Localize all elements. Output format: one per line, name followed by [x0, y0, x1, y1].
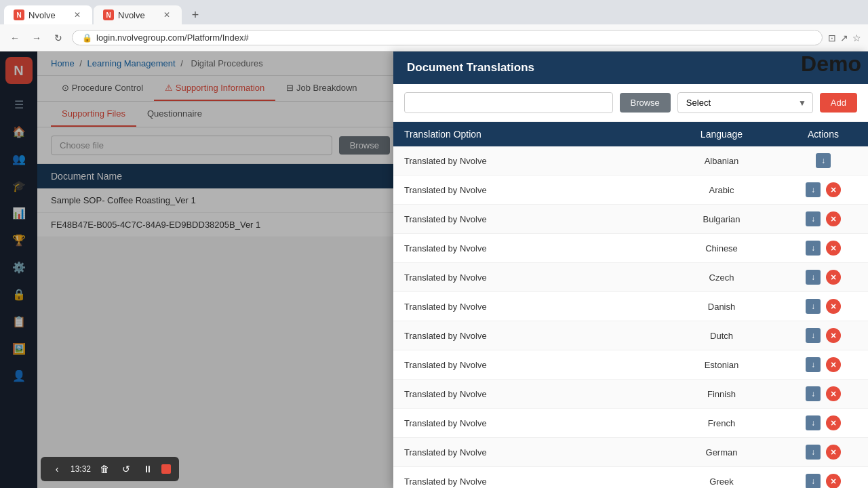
- url-text: login.nvolvegroup.com/Platform/Index#: [96, 33, 249, 43]
- tab-2-label: Nvolve: [118, 10, 145, 20]
- col-actions: Actions: [789, 129, 857, 140]
- download-button[interactable]: ↓: [816, 153, 831, 168]
- download-button[interactable]: ↓: [806, 415, 821, 430]
- translations-table: Translation Option Language Actions Tran…: [393, 122, 868, 488]
- language-cell: Estonian: [654, 360, 789, 370]
- language-cell: Czech: [654, 272, 789, 283]
- recording-stop-button[interactable]: [161, 464, 171, 474]
- delete-button[interactable]: ×: [826, 299, 841, 314]
- delete-button[interactable]: ×: [826, 445, 841, 460]
- translation-option-cell: Translated by Nvolve: [404, 214, 654, 224]
- language-cell: Arabic: [654, 185, 789, 195]
- app-container: N ☰ 🏠 👥 🎓 📊 🏆 ⚙️ 🔒 📋 🖼️ 👤 Home / Learnin…: [0, 52, 868, 488]
- tab-2-close[interactable]: ✕: [161, 9, 172, 20]
- delete-button[interactable]: ×: [826, 357, 841, 372]
- translation-option-cell: Translated by Nvolve: [404, 331, 654, 341]
- bookmark-icon[interactable]: ☆: [852, 33, 861, 43]
- translation-option-cell: Translated by Nvolve: [404, 476, 654, 487]
- table-row: Translated by Nvolve Dutch ↓ ×: [393, 321, 868, 350]
- recording-back-button[interactable]: ‹: [49, 461, 65, 477]
- cast-icon[interactable]: ⊡: [828, 33, 836, 43]
- delete-button[interactable]: ×: [826, 241, 841, 256]
- recording-refresh-button[interactable]: ↺: [118, 461, 134, 477]
- translation-option-cell: Translated by Nvolve: [404, 156, 654, 166]
- modal-toolbar: Browse Select Albanian Arabic Bulgarian …: [393, 84, 868, 122]
- translation-option-cell: Translated by Nvolve: [404, 185, 654, 195]
- actions-cell: ↓ ×: [789, 386, 857, 401]
- download-button[interactable]: ↓: [806, 182, 821, 197]
- download-button[interactable]: ↓: [806, 211, 821, 226]
- actions-cell: ↓ ×: [789, 270, 857, 285]
- recording-bar: ‹ 13:32 🗑 ↺ ⏸: [41, 457, 179, 481]
- actions-cell: ↓ ×: [789, 328, 857, 343]
- download-button[interactable]: ↓: [806, 474, 821, 488]
- table-row: Translated by Nvolve Chinese ↓ ×: [393, 234, 868, 263]
- actions-cell: ↓: [789, 153, 857, 168]
- delete-button[interactable]: ×: [826, 415, 841, 430]
- language-cell: Dutch: [654, 331, 789, 341]
- translation-option-cell: Translated by Nvolve: [404, 418, 654, 428]
- modal-panel: Document Translations Browse Select Alba…: [393, 52, 868, 488]
- delete-button[interactable]: ×: [826, 182, 841, 197]
- language-cell: French: [654, 418, 789, 428]
- screenshot-icon[interactable]: ↗: [840, 33, 848, 43]
- forward-button[interactable]: →: [28, 30, 45, 46]
- translation-option-cell: Translated by Nvolve: [404, 360, 654, 370]
- language-cell: Chinese: [654, 243, 789, 253]
- language-cell: German: [654, 447, 789, 458]
- table-row: Translated by Nvolve Arabic ↓ ×: [393, 176, 868, 205]
- modal-file-input[interactable]: [404, 92, 613, 113]
- table-row: Translated by Nvolve Albanian ↓: [393, 146, 868, 176]
- table-row: Translated by Nvolve German ↓ ×: [393, 438, 868, 467]
- translation-option-cell: Translated by Nvolve: [404, 302, 654, 312]
- download-button[interactable]: ↓: [806, 270, 821, 285]
- language-cell: Bulgarian: [654, 214, 789, 224]
- translation-option-cell: Translated by Nvolve: [404, 447, 654, 458]
- delete-button[interactable]: ×: [826, 474, 841, 488]
- modal-browse-button[interactable]: Browse: [620, 93, 671, 113]
- language-cell: Finnish: [654, 389, 789, 399]
- recording-trash-button[interactable]: 🗑: [96, 461, 113, 477]
- download-button[interactable]: ↓: [806, 386, 821, 401]
- modal-title: Document Translations: [407, 61, 534, 74]
- recording-time: 13:32: [71, 464, 91, 474]
- delete-button[interactable]: ×: [826, 328, 841, 343]
- new-tab-button[interactable]: +: [186, 5, 205, 24]
- table-header: Translation Option Language Actions: [393, 122, 868, 146]
- back-button[interactable]: ←: [7, 30, 23, 46]
- tab-2[interactable]: N Nvolve ✕: [94, 5, 182, 24]
- table-row: Translated by Nvolve Danish ↓ ×: [393, 292, 868, 321]
- browser-actions: ⊡ ↗ ☆: [828, 33, 861, 43]
- actions-cell: ↓ ×: [789, 211, 857, 226]
- table-row: Translated by Nvolve Estonian ↓ ×: [393, 350, 868, 380]
- address-bar[interactable]: 🔒 login.nvolvegroup.com/Platform/Index#: [72, 30, 823, 45]
- modal-select-wrapper: Select Albanian Arabic Bulgarian Chinese…: [677, 92, 813, 113]
- delete-button[interactable]: ×: [826, 270, 841, 285]
- actions-cell: ↓ ×: [789, 415, 857, 430]
- modal-language-select[interactable]: Select Albanian Arabic Bulgarian Chinese…: [677, 92, 813, 113]
- address-bar-row: ← → ↻ 🔒 login.nvolvegroup.com/Platform/I…: [0, 24, 868, 52]
- refresh-button[interactable]: ↻: [50, 30, 66, 46]
- tab-1[interactable]: N Nvolve ✕: [4, 5, 92, 24]
- actions-cell: ↓ ×: [789, 299, 857, 314]
- tab-1-close[interactable]: ✕: [72, 9, 83, 20]
- modal-header: Document Translations: [393, 52, 868, 84]
- recording-pause-button[interactable]: ⏸: [140, 461, 156, 477]
- translation-option-cell: Translated by Nvolve: [404, 389, 654, 399]
- col-translation-option: Translation Option: [404, 129, 654, 140]
- download-button[interactable]: ↓: [806, 357, 821, 372]
- download-button[interactable]: ↓: [806, 445, 821, 460]
- col-language: Language: [654, 129, 789, 140]
- download-button[interactable]: ↓: [806, 328, 821, 343]
- table-row: Translated by Nvolve Czech ↓ ×: [393, 263, 868, 292]
- download-button[interactable]: ↓: [806, 299, 821, 314]
- download-button[interactable]: ↓: [806, 241, 821, 256]
- delete-button[interactable]: ×: [826, 386, 841, 401]
- modal-add-button[interactable]: Add: [820, 93, 857, 113]
- language-cell: Greek: [654, 476, 789, 487]
- actions-cell: ↓ ×: [789, 445, 857, 460]
- delete-button[interactable]: ×: [826, 211, 841, 226]
- actions-cell: ↓ ×: [789, 182, 857, 197]
- actions-cell: ↓ ×: [789, 241, 857, 256]
- actions-cell: ↓ ×: [789, 474, 857, 488]
